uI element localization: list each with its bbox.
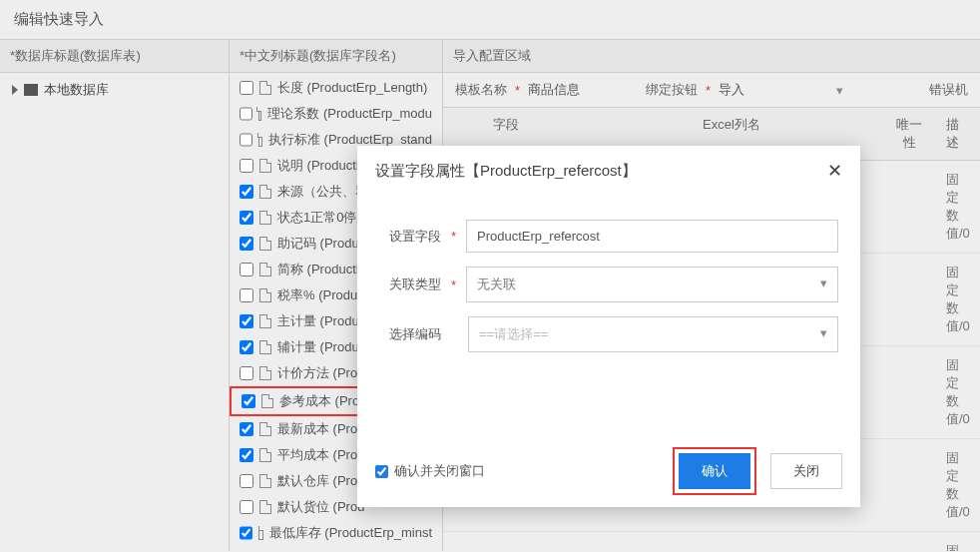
field-label: 最高库存 (ProductErp_maxst — [266, 550, 433, 551]
row-unique — [882, 161, 936, 253]
file-icon — [259, 263, 271, 276]
field-label: 来源（公共、私 — [277, 183, 368, 201]
confirm-close-checkbox-input[interactable] — [375, 465, 388, 478]
field-checkbox[interactable] — [240, 448, 253, 462]
required-mark: * — [451, 229, 456, 244]
field-label: 助记码 (Produc — [277, 235, 365, 253]
confirm-button[interactable]: 确认 — [679, 453, 750, 489]
field-label: 辅计量 (Produc — [277, 338, 365, 356]
file-icon — [259, 159, 271, 173]
file-icon — [259, 448, 271, 462]
required-mark: * — [706, 83, 711, 98]
relation-type-label: 关联类型 — [379, 276, 441, 293]
table-row[interactable]: 固定数值/1 — [443, 532, 980, 551]
field-checkbox[interactable] — [240, 81, 253, 95]
file-icon — [259, 288, 271, 302]
bind-button-select[interactable] — [719, 83, 828, 98]
row-index — [443, 532, 483, 551]
field-label: 参考成本 (Prod — [279, 392, 366, 410]
field-list-item[interactable]: 理论系数 (ProductErp_modu — [230, 101, 442, 127]
field-label: 说明 (ProductE — [277, 157, 364, 175]
field-label: 默认仓库 (Prod — [277, 472, 364, 490]
field-checkbox[interactable] — [240, 159, 253, 173]
field-label: 状态1正常0停用 — [277, 209, 369, 227]
file-icon — [259, 340, 271, 354]
file-icon — [259, 185, 271, 199]
error-machine-label: 错误机 — [929, 81, 968, 99]
field-checkbox[interactable] — [240, 107, 252, 121]
grid-header-desc: 描述 — [936, 108, 980, 160]
field-checkbox[interactable] — [240, 340, 253, 354]
field-label: 平均成本 (Prod — [277, 446, 364, 464]
chevron-down-icon[interactable]: ▾ — [836, 83, 843, 98]
tree-expand-icon[interactable] — [12, 85, 18, 95]
field-property-modal: 设置字段属性【ProductErp_refercost】 ✕ 设置字段* 关联类… — [357, 146, 860, 507]
grid-header-unique: 唯一性 — [882, 108, 936, 160]
tree-root-label: 本地数据库 — [44, 81, 109, 99]
field-label: 主计量 (Produc — [277, 312, 365, 330]
row-unique — [882, 532, 936, 551]
field-checkbox[interactable] — [240, 500, 253, 514]
file-icon — [261, 394, 273, 408]
file-icon — [259, 237, 271, 251]
left-panel-header: *数据库标题(数据库表) — [0, 40, 229, 73]
file-icon — [258, 133, 262, 147]
relation-type-select[interactable]: 无关联 — [466, 267, 838, 302]
field-list-item[interactable]: 最低库存 (ProductErp_minst — [230, 520, 442, 546]
field-checkbox[interactable] — [240, 211, 253, 225]
template-name-label: 模板名称 — [455, 81, 507, 99]
select-encoding-select[interactable]: ==请选择== — [468, 316, 838, 352]
file-icon — [259, 314, 271, 328]
field-checkbox[interactable] — [240, 314, 253, 328]
confirm-close-label: 确认并关闭窗口 — [394, 462, 485, 480]
field-label: 默认货位 (Prod — [277, 498, 364, 516]
file-icon — [259, 211, 271, 225]
field-label: 税率% (Produc — [277, 286, 364, 304]
file-icon — [259, 81, 271, 95]
row-unique — [882, 254, 936, 345]
field-label: 最新成本 (Prod — [277, 420, 364, 438]
page-title: 编辑快速导入 — [0, 0, 980, 40]
row-desc: 固定数值/0 — [936, 439, 980, 531]
confirm-close-checkbox[interactable]: 确认并关闭窗口 — [375, 462, 485, 480]
select-encoding-label: 选择编码 — [379, 325, 441, 343]
field-checkbox[interactable] — [240, 263, 253, 276]
close-icon[interactable]: ✕ — [827, 160, 842, 182]
right-panel-header: 导入配置区域 — [443, 40, 980, 73]
field-label: 长度 (ProductErp_Length) — [277, 79, 427, 97]
field-label: 简称 (ProductE — [277, 261, 364, 278]
file-icon — [259, 422, 271, 436]
row-desc: 固定数值/0 — [936, 254, 980, 345]
field-checkbox[interactable] — [240, 133, 252, 147]
required-mark: * — [451, 277, 456, 292]
field-checkbox[interactable] — [240, 366, 253, 380]
row-unique — [882, 346, 936, 438]
file-icon — [259, 474, 271, 488]
row-col — [693, 532, 882, 551]
field-checkbox[interactable] — [240, 237, 253, 251]
set-field-label: 设置字段 — [379, 228, 441, 246]
mid-panel-header: *中文列标题(数据库字段名) — [230, 40, 442, 73]
field-checkbox[interactable] — [240, 526, 252, 540]
field-checkbox[interactable] — [242, 394, 255, 408]
template-name-input[interactable] — [528, 83, 638, 98]
row-unique — [882, 439, 936, 531]
close-button[interactable]: 关闭 — [770, 453, 842, 489]
config-bar: 模板名称* 绑定按钮* ▾ 错误机 — [443, 73, 980, 108]
file-icon — [259, 500, 271, 514]
confirm-highlight: 确认 — [673, 447, 756, 495]
field-label: 最低库存 (ProductErp_minst — [269, 524, 432, 542]
set-field-input[interactable] — [466, 220, 838, 253]
field-checkbox[interactable] — [240, 185, 253, 199]
file-icon — [259, 366, 271, 380]
field-checkbox[interactable] — [240, 474, 253, 488]
field-list-item[interactable]: 最高库存 (ProductErp_maxst — [230, 546, 442, 551]
field-checkbox[interactable] — [240, 288, 253, 302]
file-icon — [258, 526, 263, 540]
tree-root[interactable]: 本地数据库 — [12, 79, 217, 101]
modal-title: 设置字段属性【ProductErp_refercost】 — [375, 162, 637, 181]
file-icon — [258, 107, 261, 121]
field-label: 计价方法 (Prod — [277, 364, 364, 382]
field-checkbox[interactable] — [240, 422, 253, 436]
field-list-item[interactable]: 长度 (ProductErp_Length) — [230, 75, 442, 101]
